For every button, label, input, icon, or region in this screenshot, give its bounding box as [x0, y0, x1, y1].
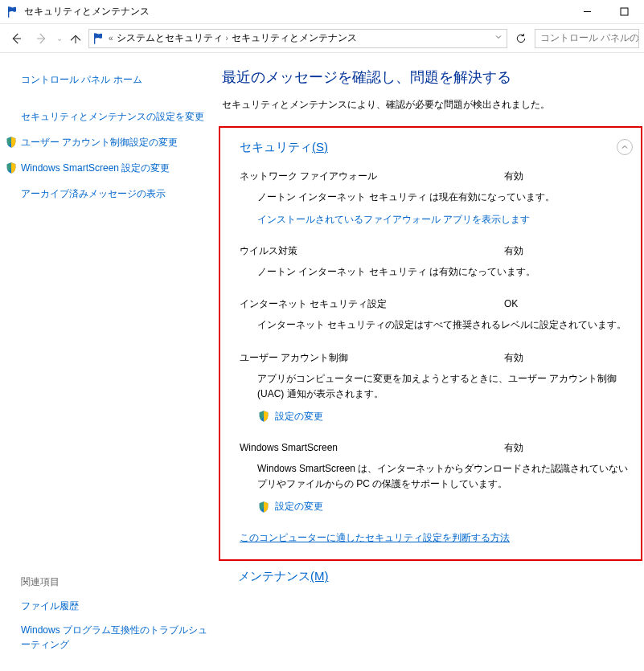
shield-icon	[5, 162, 18, 174]
minimize-button[interactable]	[568, 0, 605, 24]
security-item-label: Windows SmartScreen	[240, 442, 338, 453]
security-help-link[interactable]: このコンピューターに適したセキュリティ設定を判断する方法	[240, 532, 510, 543]
svg-rect-0	[621, 8, 628, 15]
security-item-link[interactable]: 設定の変更	[257, 500, 633, 513]
security-panel: セキュリティ(S) ネットワーク ファイアウォール有効ノートン インターネット …	[219, 126, 642, 561]
navigation-bar: ⌄ « システムとセキュリティ › セキュリティとメンテナンス コントロール パ…	[0, 24, 644, 53]
shield-icon	[5, 136, 18, 149]
shield-icon	[257, 501, 270, 513]
security-item: インターネット セキュリティ設定OKインターネット セキュリティの設定はすべて推…	[240, 297, 633, 333]
panel-title-text: メンテナンス	[238, 569, 310, 583]
sidebar-item-label: ユーザー アカウント制御設定の変更	[21, 135, 178, 149]
sidebar-uac-link[interactable]: ユーザー アカウント制御設定の変更	[21, 135, 211, 149]
chevron-right-icon: ›	[226, 34, 228, 43]
security-item-status: 有効	[504, 170, 633, 183]
maintenance-section-toggle[interactable]: メンテナンス(M)	[238, 569, 329, 584]
flag-icon	[92, 32, 105, 45]
security-item-link[interactable]: インストールされているファイアウォール アプリを表示します	[257, 213, 633, 227]
security-item-label: インターネット セキュリティ設定	[240, 297, 387, 311]
sidebar-item-label: Windows SmartScreen 設定の変更	[21, 161, 170, 175]
content-area: 最近のメッセージを確認し、問題を解決する セキュリティとメンテナンスにより、確認…	[219, 53, 644, 671]
security-item: ユーザー アカウント制御有効アプリがコンピューターに変更を加えようとするときに、…	[240, 351, 633, 423]
page-subheading: セキュリティとメンテナンスにより、確認が必要な問題が検出されました。	[222, 98, 644, 112]
sidebar: コントロール パネル ホーム セキュリティとメンテナンスの設定を変更 ユーザー …	[0, 53, 219, 671]
panel-accelerator: (S)	[312, 140, 328, 153]
chevron-up-icon	[620, 142, 630, 152]
security-item: ウイルス対策有効ノートン インターネット セキュリティ は有効になっています。	[240, 244, 633, 280]
sidebar-related-filehistory[interactable]: ファイル履歴	[21, 599, 211, 613]
security-item-label: ネットワーク ファイアウォール	[240, 170, 377, 183]
security-item-label: ウイルス対策	[240, 244, 297, 258]
address-bar[interactable]: « システムとセキュリティ › セキュリティとメンテナンス	[88, 29, 507, 48]
breadcrumb-item[interactable]: システムとセキュリティ	[117, 31, 223, 45]
maximize-button[interactable]	[605, 0, 642, 24]
security-item-desc: インターネット セキュリティの設定はすべて推奨されるレベルに設定されています。	[257, 317, 633, 333]
shield-icon	[257, 410, 270, 423]
sidebar-home-link[interactable]: コントロール パネル ホーム	[21, 72, 211, 87]
link-label: 設定の変更	[275, 500, 323, 513]
security-section-toggle[interactable]: セキュリティ(S)	[240, 140, 328, 155]
sidebar-settings-link[interactable]: セキュリティとメンテナンスの設定を変更	[21, 109, 211, 124]
security-item-link[interactable]: 設定の変更	[257, 410, 633, 423]
collapse-button[interactable]	[617, 139, 633, 155]
sidebar-related-compat[interactable]: Windows プログラム互換性のトラブルシューティング	[21, 623, 211, 652]
recent-dropdown-icon[interactable]: ⌄	[56, 34, 63, 43]
chevron-left-icon: «	[109, 34, 113, 43]
flag-icon	[6, 6, 19, 18]
security-item-status: 有効	[504, 441, 633, 455]
breadcrumb-item[interactable]: セキュリティとメンテナンス	[232, 31, 357, 45]
forward-button[interactable]	[31, 27, 53, 50]
search-input[interactable]: コントロール パネルの	[535, 29, 639, 48]
security-item-desc: ノートン インターネット セキュリティ は現在有効になっています。	[257, 190, 633, 205]
panel-title-text: セキュリティ	[240, 140, 312, 153]
sidebar-archived-link[interactable]: アーカイブ済みメッセージの表示	[21, 186, 211, 201]
security-item-label: ユーザー アカウント制御	[240, 351, 348, 365]
security-item: ネットワーク ファイアウォール有効ノートン インターネット セキュリティ は現在…	[240, 170, 633, 227]
security-item-desc: Windows SmartScreen は、インターネットからダウンロードされた…	[257, 461, 633, 492]
address-dropdown-icon[interactable]	[494, 32, 503, 44]
window-titlebar: セキュリティとメンテナンス	[0, 0, 644, 24]
link-label: 設定の変更	[275, 410, 323, 423]
up-button[interactable]	[66, 27, 85, 50]
panel-accelerator: (M)	[310, 569, 329, 583]
search-placeholder: コントロール パネルの	[540, 31, 639, 45]
security-item-desc: ノートン インターネット セキュリティ は有効になっています。	[257, 264, 633, 280]
page-heading: 最近のメッセージを確認し、問題を解決する	[222, 68, 644, 87]
security-item-status: 有効	[504, 351, 633, 365]
window-title: セキュリティとメンテナンス	[24, 5, 568, 18]
back-button[interactable]	[5, 27, 27, 50]
security-item-status: OK	[504, 298, 633, 309]
sidebar-smartscreen-link[interactable]: Windows SmartScreen 設定の変更	[21, 161, 211, 175]
security-item-status: 有効	[504, 244, 633, 258]
link-label: インストールされているファイアウォール アプリを表示します	[257, 213, 530, 227]
security-item-desc: アプリがコンピューターに変更を加えようとするときに、ユーザー アカウント制御 (…	[257, 371, 633, 402]
refresh-button[interactable]	[511, 29, 531, 48]
security-item: Windows SmartScreen有効Windows SmartScreen…	[240, 441, 633, 513]
sidebar-related-heading: 関連項目	[21, 575, 211, 589]
